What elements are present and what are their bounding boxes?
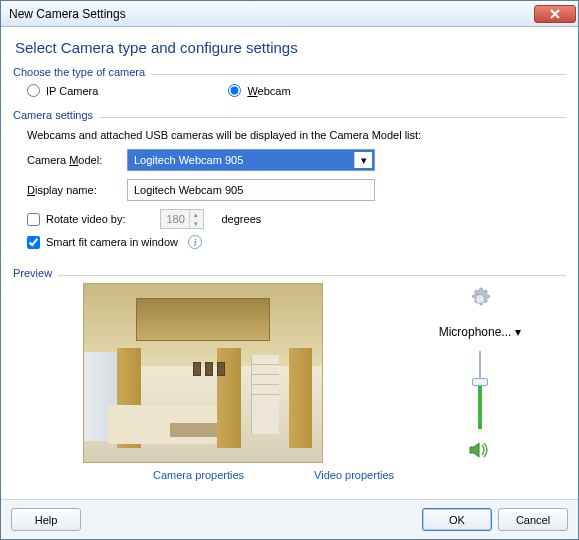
chevron-down-icon: ▾ (515, 325, 521, 339)
camera-model-value: Logitech Webcam 905 (134, 154, 243, 166)
smartfit-label: Smart fit camera in window (46, 236, 178, 248)
content-area: Select Camera type and configure setting… (1, 27, 578, 499)
ok-button[interactable]: OK (422, 508, 492, 531)
camera-model-label: Camera Model: (27, 154, 127, 166)
window-title: New Camera Settings (9, 7, 534, 21)
page-heading: Select Camera type and configure setting… (15, 39, 566, 56)
close-button[interactable] (534, 5, 576, 23)
camera-preview (83, 283, 323, 463)
volume-slider[interactable] (475, 351, 485, 429)
group-preview: Preview Camera properties V (13, 267, 566, 481)
close-icon (549, 9, 561, 19)
group-camera-type-label: Choose the type of camera (13, 66, 151, 78)
rotate-spinner[interactable]: 180 ▴▾ (160, 209, 204, 229)
cancel-button[interactable]: Cancel (498, 508, 568, 531)
rotate-checkbox[interactable] (27, 213, 40, 226)
radio-webcam-label: Webcam (247, 85, 290, 97)
group-camera-settings-label: Camera settings (13, 109, 99, 121)
microphone-dropdown[interactable]: Microphone... ▾ (439, 325, 522, 339)
spinner-buttons[interactable]: ▴▾ (189, 210, 203, 228)
group-camera-type: Choose the type of camera IP Camera Webc… (13, 66, 566, 101)
dialog-footer: Help OK Cancel (1, 499, 578, 539)
microphone-label: Microphone... (439, 325, 512, 339)
group-camera-settings: Camera settings Webcams and attached USB… (13, 109, 566, 259)
rotate-label: Rotate video by: (46, 213, 126, 225)
speaker-icon[interactable] (469, 441, 491, 459)
rotate-value: 180 (167, 213, 185, 225)
settings-hint: Webcams and attached USB cameras will be… (27, 129, 566, 141)
display-name-input[interactable]: Logitech Webcam 905 (127, 179, 375, 201)
svg-point-0 (476, 295, 485, 304)
display-name-value: Logitech Webcam 905 (134, 184, 243, 196)
gear-icon[interactable] (466, 285, 494, 313)
video-properties-link[interactable]: Video properties (314, 469, 394, 481)
info-icon[interactable]: i (188, 235, 202, 249)
radio-webcam[interactable]: Webcam (228, 84, 290, 97)
rotate-unit: degrees (222, 213, 262, 225)
radio-ip-camera-input[interactable] (27, 84, 40, 97)
titlebar: New Camera Settings (1, 1, 578, 27)
group-preview-label: Preview (13, 267, 58, 279)
display-name-label: Display name: (27, 184, 127, 196)
help-button[interactable]: Help (11, 508, 81, 531)
radio-webcam-input[interactable] (228, 84, 241, 97)
camera-properties-link[interactable]: Camera properties (153, 469, 244, 481)
chevron-down-icon: ▾ (354, 152, 372, 168)
radio-ip-camera[interactable]: IP Camera (27, 84, 98, 97)
smartfit-checkbox[interactable] (27, 236, 40, 249)
camera-model-combo[interactable]: Logitech Webcam 905 ▾ (127, 149, 375, 171)
radio-ip-camera-label: IP Camera (46, 85, 98, 97)
dialog-window: New Camera Settings Select Camera type a… (0, 0, 579, 540)
